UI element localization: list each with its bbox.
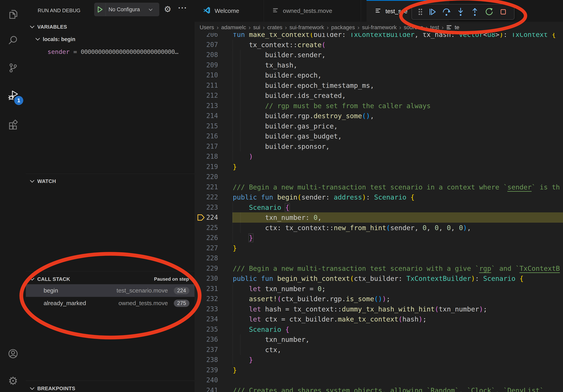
call-stack-frame-begin[interactable]: begintest_scenario.move224 [26, 284, 194, 297]
line-number[interactable]: 217 [194, 141, 218, 152]
activity-item-run-and-debug[interactable]: 1 [4, 86, 22, 104]
breadcrumb-item[interactable]: test [430, 24, 439, 31]
line-number[interactable]: 214 [194, 111, 218, 121]
step-into-icon[interactable] [454, 4, 468, 19]
code-line-226[interactable]: 226} [194, 233, 563, 243]
activity-item-extensions[interactable] [4, 116, 22, 133]
watch-section-header[interactable]: WATCH [26, 176, 194, 187]
breadcrumb-item[interactable]: packages [331, 24, 355, 31]
line-number[interactable]: 232 [194, 294, 218, 304]
code-line-222[interactable]: 222public fun begin(sender: address): Sc… [194, 192, 563, 202]
start-debug-icon[interactable] [94, 3, 106, 16]
code-line-221[interactable]: 221/// Begin a new multi-transaction tes… [194, 182, 563, 192]
line-number[interactable]: 221 [194, 182, 218, 192]
line-number[interactable]: 226 [194, 233, 218, 243]
code-line-241[interactable]: 241/// Creates and shares system objects… [194, 385, 563, 392]
line-number[interactable]: 233 [194, 304, 218, 314]
restart-icon[interactable] [482, 4, 496, 19]
code-line-210[interactable]: 210builder.epoch, [194, 70, 563, 80]
code-line-215[interactable]: 215builder.gas_price, [194, 121, 563, 131]
code-line-220[interactable]: 220 [194, 172, 563, 182]
line-number[interactable]: 224 [194, 212, 218, 223]
line-number[interactable]: 209 [194, 60, 218, 70]
code-line-227[interactable]: 227} [194, 243, 563, 253]
code-line-208[interactable]: 208builder.sender, [194, 50, 563, 60]
line-number[interactable]: 227 [194, 243, 218, 253]
line-number[interactable]: 212 [194, 91, 218, 101]
code-line-230[interactable]: 230public fun begin_with_context(ctx_bui… [194, 273, 563, 284]
breadcrumb-item[interactable]: sui-framework [289, 24, 324, 31]
line-number[interactable]: 213 [194, 101, 218, 111]
gear-icon[interactable]: ⚙ [164, 4, 171, 14]
breadcrumb-item[interactable]: sui-framework [362, 24, 397, 31]
line-number[interactable]: 215 [194, 121, 218, 131]
line-number[interactable]: 211 [194, 80, 218, 91]
code-line-240[interactable]: 240 [194, 375, 563, 385]
line-number[interactable]: 223 [194, 202, 218, 213]
code-line-209[interactable]: 209tx_hash, [194, 60, 563, 70]
tab-Welcome[interactable]: Welcome [194, 0, 264, 22]
drag-grip-icon[interactable] [416, 4, 425, 19]
line-number[interactable]: 219 [194, 162, 218, 172]
line-number[interactable]: 207 [194, 40, 218, 50]
variables-scope[interactable]: locals: begin [43, 36, 75, 42]
stop-icon[interactable] [496, 4, 510, 19]
continue-icon[interactable] [425, 4, 439, 19]
breadcrumb-file[interactable]: te [455, 24, 459, 31]
line-number[interactable]: 208 [194, 50, 218, 60]
code-line-223[interactable]: 223Scenario { [194, 202, 563, 213]
line-number[interactable]: 229 [194, 263, 218, 274]
code-line-234[interactable]: 234let ctx = ctx_builder.make_tx_context… [194, 314, 563, 324]
code-line-232[interactable]: 232assert!(ctx_builder.rgp.is_some()); [194, 294, 563, 304]
activity-item-explorer[interactable] [4, 6, 22, 23]
code-line-231[interactable]: 231let txn_number = 0; [194, 284, 563, 294]
line-number[interactable]: 230 [194, 273, 218, 284]
line-number[interactable]: 216 [194, 131, 218, 141]
line-number[interactable]: 220 [194, 172, 218, 182]
line-number[interactable]: 241 [194, 385, 218, 392]
activity-item-account[interactable] [4, 345, 22, 362]
line-number[interactable]: 240 [194, 375, 218, 385]
code-line-228[interactable]: 228 [194, 253, 563, 263]
call-stack-frame-already_marked[interactable]: already_markedowned_tests.move275 [26, 297, 194, 310]
activity-item-settings[interactable]: ⚙ [4, 372, 22, 390]
code-line-214[interactable]: 214builder.rgp.destroy_some(), [194, 111, 563, 121]
code-line-238[interactable]: 238} [194, 355, 563, 365]
launch-config-dropdown[interactable]: No Configura [94, 3, 159, 16]
code-line-225[interactable]: 225ctx: tx_context::new_from_hint(sender… [194, 223, 563, 233]
breadcrumb-item[interactable]: sources [404, 24, 423, 31]
code-line-237[interactable]: 237ctx, [194, 345, 563, 355]
code-line-224[interactable]: 224txn_number: 0, [194, 212, 563, 223]
line-number[interactable]: 225 [194, 223, 218, 233]
line-number[interactable]: 234 [194, 314, 218, 324]
code-line-211[interactable]: 211builder.epoch_timestamp_ms, [194, 80, 563, 91]
code-line-229[interactable]: 229/// Begin a new multi-transaction tes… [194, 263, 563, 274]
code-line-239[interactable]: 239} [194, 365, 563, 375]
activity-item-source-control[interactable] [4, 59, 22, 77]
line-number[interactable]: 238 [194, 355, 218, 365]
code-line-207[interactable]: 207tx_context::create( [194, 40, 563, 50]
breadcrumb-item[interactable]: sui [253, 24, 260, 31]
breadcrumb-item[interactable]: Users [200, 24, 214, 31]
code-line-212[interactable]: 212builder.ids_created, [194, 91, 563, 101]
activity-item-search[interactable] [4, 32, 22, 49]
line-number[interactable]: 222 [194, 192, 218, 202]
code-line-217[interactable]: 217builder.sponsor, [194, 141, 563, 152]
step-out-icon[interactable] [468, 4, 482, 19]
code-line-233[interactable]: 233let hash = tx_context::dummy_tx_hash_… [194, 304, 563, 314]
breadcrumb-item[interactable]: crates [267, 24, 282, 31]
variable-row-sender[interactable]: sender = 000000000000000000000000000… [48, 48, 178, 55]
line-number[interactable]: 228 [194, 253, 218, 263]
line-number[interactable]: 218 [194, 151, 218, 162]
step-over-icon[interactable] [439, 4, 454, 19]
code-line-235[interactable]: 235Scenario { [194, 324, 563, 335]
line-number[interactable]: 237 [194, 345, 218, 355]
breakpoints-section-header[interactable]: BREAKPOINTS [26, 383, 194, 392]
code-line-219[interactable]: 219} [194, 162, 563, 172]
tab-owned_tests.move[interactable]: owned_tests.move [264, 0, 361, 22]
line-number[interactable]: 239 [194, 365, 218, 375]
line-number[interactable]: 236 [194, 334, 218, 345]
code-line-216[interactable]: 216builder.gas_budget, [194, 131, 563, 141]
line-number[interactable]: 210 [194, 70, 218, 80]
code-line-213[interactable]: 213// rgp must be set from the caller al… [194, 101, 563, 111]
